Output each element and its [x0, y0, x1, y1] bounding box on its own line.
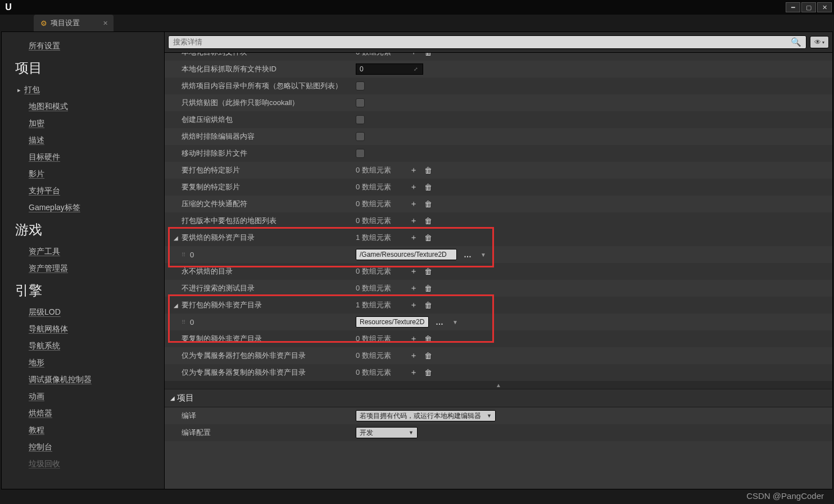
browse-button[interactable]: … [461, 250, 474, 259]
trash-icon[interactable]: 🗑 [423, 300, 433, 310]
close-button[interactable]: ✕ [817, 2, 832, 12]
prop-label: ◢要打包的额外非资产目录 [165, 300, 356, 310]
sidebar-all-settings[interactable]: 所有设置 [2, 38, 164, 55]
sidebar-item-debug-camera[interactable]: 调试摄像机控制器 [2, 371, 164, 388]
sidebar-item-asset-manager[interactable]: 资产管理器 [2, 260, 164, 277]
browse-button[interactable]: … [433, 317, 446, 326]
add-icon[interactable]: ＋ [409, 300, 419, 310]
trash-icon[interactable]: 🗑 [423, 52, 433, 57]
array-count: 0 数组元素 [356, 199, 404, 209]
maximize-button[interactable]: ▢ [801, 2, 816, 12]
trash-icon[interactable]: 🗑 [423, 182, 433, 192]
dropdown-caret-icon[interactable]: ▼ [478, 252, 488, 258]
sidebar-item-gc[interactable]: 垃圾回收 [2, 456, 164, 473]
dropdown-caret-icon[interactable]: ▼ [450, 319, 460, 325]
sidebar-item-animation[interactable]: 动画 [2, 388, 164, 405]
main-container: 所有设置 项目 打包 地图和模式 加密 描述 目标硬件 影片 支持平台 Game… [1, 31, 833, 489]
sidebar-item-description[interactable]: 描述 [2, 132, 164, 149]
sidebar-item-supported-platforms[interactable]: 支持平台 [2, 183, 164, 199]
minimize-button[interactable]: ━ [786, 2, 800, 12]
chevron-down-icon[interactable]: ◢ [174, 302, 178, 308]
add-icon[interactable]: ＋ [409, 182, 419, 192]
trash-icon[interactable]: 🗑 [423, 266, 433, 276]
checkbox[interactable] [356, 132, 365, 141]
content-panel: 搜索详情 🔍 👁▾ 本地化目标到文件块 0 数组元素 ＋ 🗑 本地化目标抓取所有… [165, 32, 832, 489]
prop-label: 要复制的特定影片 [165, 182, 356, 192]
add-icon[interactable]: ＋ [409, 216, 419, 226]
trash-icon[interactable]: 🗑 [423, 283, 433, 293]
collapse-handle[interactable]: ▲ [165, 381, 832, 389]
add-icon[interactable]: ＋ [409, 266, 419, 276]
window-controls: ━ ▢ ✕ [786, 2, 832, 12]
prop-row: 烘焙时排除编辑器内容 [165, 128, 832, 145]
prop-row: 不进行搜索的测试目录 0 数组元素＋🗑 [165, 280, 832, 297]
add-icon[interactable]: ＋ [409, 165, 419, 175]
trash-icon[interactable]: 🗑 [423, 367, 433, 378]
trash-icon[interactable]: 🗑 [423, 216, 433, 226]
sidebar-item-console[interactable]: 控制台 [2, 439, 164, 456]
prop-row: 移动时排除影片文件 [165, 145, 832, 162]
checkbox[interactable] [356, 81, 365, 90]
trash-icon[interactable]: 🗑 [423, 199, 433, 209]
add-icon[interactable]: ＋ [409, 233, 419, 243]
prop-label: 不进行搜索的测试目录 [165, 283, 356, 293]
grip-icon[interactable]: ⠿ [182, 252, 184, 258]
title-bar: U ━ ▢ ✕ [0, 0, 834, 15]
checkbox[interactable] [356, 115, 365, 124]
sidebar-item-packaging[interactable]: 打包 [2, 81, 164, 98]
add-icon[interactable]: ＋ [409, 283, 419, 293]
trash-icon[interactable]: 🗑 [423, 165, 433, 175]
prop-label: 只烘焙贴图（此操作只影响cookall） [165, 98, 356, 108]
array-count: 0 数组元素 [356, 266, 404, 276]
checkbox[interactable] [356, 98, 365, 107]
dropdown-build-config[interactable]: 开发▼ [356, 427, 418, 438]
array-count: 0 数组元素 [356, 334, 404, 344]
array-count: 0 数组元素 [356, 165, 404, 175]
array-count: 0 数组元素 [356, 216, 404, 226]
prop-label: 编译配置 [165, 428, 356, 438]
add-icon[interactable]: ＋ [409, 334, 419, 344]
tab-project-settings[interactable]: ⚙ 项目设置 ✕ [34, 15, 114, 31]
sidebar: 所有设置 项目 打包 地图和模式 加密 描述 目标硬件 影片 支持平台 Game… [2, 32, 165, 489]
path-input[interactable]: Resources/Texture2D [356, 316, 429, 328]
chevron-down-icon[interactable]: ◢ [174, 235, 178, 241]
sidebar-item-navmesh[interactable]: 导航网格体 [2, 321, 164, 338]
sidebar-section-project: 项目 [2, 55, 164, 81]
add-icon[interactable]: ＋ [409, 52, 419, 57]
sidebar-item-landscape[interactable]: 地形 [2, 355, 164, 371]
sidebar-item-navigation[interactable]: 导航系统 [2, 338, 164, 355]
add-icon[interactable]: ＋ [409, 351, 419, 361]
trash-icon[interactable]: 🗑 [423, 351, 433, 361]
trash-icon[interactable]: 🗑 [423, 233, 433, 243]
sidebar-item-encryption[interactable]: 加密 [2, 115, 164, 132]
add-icon[interactable]: ＋ [409, 367, 419, 378]
visibility-toggle[interactable]: 👁▾ [810, 36, 829, 48]
number-input[interactable]: 0 ⤢ [356, 63, 423, 75]
category-header-project[interactable]: ◢ 项目 [165, 389, 832, 407]
sidebar-item-target-hardware[interactable]: 目标硬件 [2, 149, 164, 166]
sidebar-item-maps-modes[interactable]: 地图和模式 [2, 98, 164, 115]
sidebar-item-gameplay-tags[interactable]: Gameplay标签 [2, 199, 164, 216]
path-input[interactable]: /Game/Resources/Texture2D [356, 249, 457, 260]
sidebar-item-cooker[interactable]: 烘焙器 [2, 405, 164, 422]
add-icon[interactable]: ＋ [409, 199, 419, 209]
grip-icon[interactable]: ⠿ [182, 319, 184, 325]
dropdown-compile[interactable]: 若项目拥有代码，或运行本地构建编辑器▼ [356, 410, 496, 421]
sidebar-item-movies[interactable]: 影片 [2, 166, 164, 183]
search-input[interactable]: 搜索详情 🔍 [168, 35, 806, 49]
prop-label: 编译 [165, 411, 356, 421]
details-scroll[interactable]: 本地化目标到文件块 0 数组元素 ＋ 🗑 本地化目标抓取所有文件块ID 0 ⤢ … [165, 52, 832, 489]
prop-label: 仅为专属服务器复制的额外非资产目录 [165, 367, 356, 378]
sidebar-item-tutorials[interactable]: 教程 [2, 422, 164, 439]
prop-row: 本地化目标到文件块 0 数组元素 ＋ 🗑 [165, 52, 832, 61]
tab-label: 项目设置 [51, 18, 80, 28]
sidebar-item-hlod[interactable]: 层级LOD [2, 304, 164, 321]
trash-icon[interactable]: 🗑 [423, 334, 433, 344]
sidebar-item-asset-tools[interactable]: 资产工具 [2, 243, 164, 260]
prop-row: 永不烘焙的目录 0 数组元素＋🗑 [165, 263, 832, 280]
array-count: 0 数组元素 [356, 182, 404, 192]
close-icon[interactable]: ✕ [103, 20, 108, 27]
tab-bar: ⚙ 项目设置 ✕ [0, 15, 834, 31]
array-count: 0 数组元素 [356, 283, 404, 293]
checkbox[interactable] [356, 149, 365, 158]
